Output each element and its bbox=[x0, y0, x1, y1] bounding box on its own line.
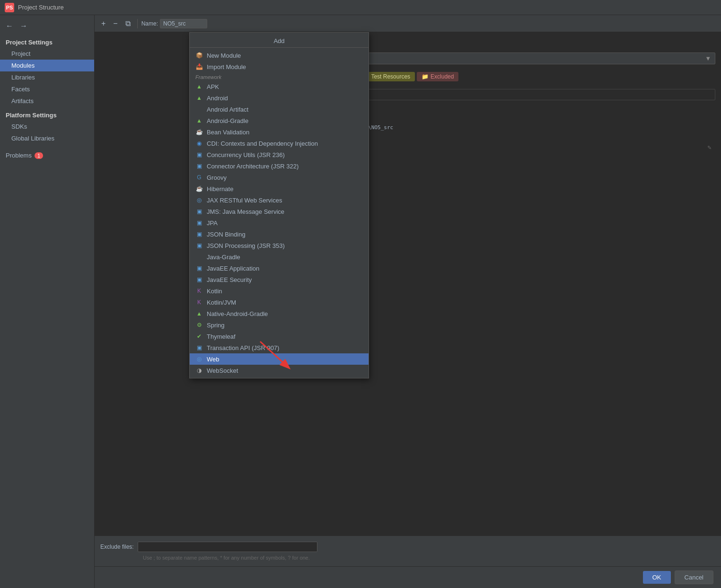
description-dropdown-icon[interactable]: ▼ bbox=[705, 55, 711, 62]
framework-section-title: Framework bbox=[190, 72, 369, 81]
title-bar-title: Project Structure bbox=[18, 4, 64, 11]
javaee-security-icon: ▣ bbox=[195, 276, 203, 283]
sidebar-item-problems[interactable]: Problems 1 bbox=[0, 148, 94, 163]
menu-item-hibernate[interactable]: ☕ Hibernate bbox=[190, 183, 369, 194]
nav-forward-button[interactable]: → bbox=[18, 21, 29, 31]
exclude-section: Exclude files: Use ; to separate name pa… bbox=[95, 535, 721, 566]
json-processing-icon: ▣ bbox=[195, 242, 203, 249]
jms-icon: ▣ bbox=[195, 208, 203, 215]
java-gradle-icon bbox=[195, 253, 203, 261]
javaee-app-icon: ▣ bbox=[195, 264, 203, 272]
sidebar-item-global-libraries[interactable]: Global Libraries bbox=[0, 132, 94, 144]
import-module-icon: 📥 bbox=[195, 63, 203, 70]
menu-item-json-processing[interactable]: ▣ JSON Processing (JSR 353) bbox=[190, 240, 369, 251]
tab-excluded[interactable]: 📁 Excluded bbox=[417, 72, 458, 81]
exclude-row: Exclude files: bbox=[100, 542, 715, 552]
menu-item-groovy[interactable]: G Groovy bbox=[190, 172, 369, 183]
menu-item-jms[interactable]: ▣ JMS: Java Message Service bbox=[190, 206, 369, 217]
add-button[interactable]: + bbox=[98, 18, 108, 29]
sidebar: ← → Project Settings Project Modules Lib… bbox=[0, 15, 95, 588]
content-area: + − ⧉ Name: Add 📦 New Module 📥 Import Mo… bbox=[95, 15, 721, 588]
menu-item-android-artifact[interactable]: Android Artifact bbox=[190, 104, 369, 115]
menu-item-apk[interactable]: ▲ APK bbox=[190, 81, 369, 92]
problems-label: Problems bbox=[6, 152, 32, 159]
name-label: Name: bbox=[141, 20, 158, 27]
concurrency-icon: ▣ bbox=[195, 151, 203, 158]
menu-item-javaee-security[interactable]: ▣ JavaEE Security bbox=[190, 274, 369, 285]
add-dropdown-menu: Add 📦 New Module 📥 Import Module Framewo… bbox=[189, 32, 369, 378]
menu-item-bean-validation[interactable]: ☕ Bean Validation bbox=[190, 126, 369, 138]
excluded-tab-icon: 📁 bbox=[422, 73, 429, 80]
menu-item-jax[interactable]: ◎ JAX RESTful Web Services bbox=[190, 194, 369, 206]
menu-item-json-binding[interactable]: ▣ JSON Binding bbox=[190, 228, 369, 240]
menu-header: Add bbox=[190, 35, 369, 48]
apk-icon: ▲ bbox=[195, 83, 203, 90]
platform-settings-title: Platform Settings bbox=[0, 107, 94, 121]
exclude-label: Exclude files: bbox=[100, 544, 134, 550]
menu-item-cdi[interactable]: ◉ CDI: Contexts and Dependency Injection bbox=[190, 138, 369, 149]
exclude-hint: Use ; to separate name patterns, * for a… bbox=[100, 555, 715, 561]
menu-item-transaction[interactable]: ▣ Transaction API (JSR 907) bbox=[190, 342, 369, 353]
kotlin-icon: K bbox=[195, 287, 203, 295]
source-folder-edit-button[interactable]: ✎ bbox=[707, 145, 712, 151]
menu-item-spring[interactable]: ⚙ Spring bbox=[190, 319, 369, 331]
menu-item-android-gradle[interactable]: ▲ Android-Gradle bbox=[190, 115, 369, 126]
exclude-input[interactable] bbox=[138, 542, 317, 552]
menu-item-new-module[interactable]: 📦 New Module bbox=[190, 50, 369, 61]
sidebar-nav: ← → bbox=[0, 19, 94, 33]
menu-item-kotlin[interactable]: K Kotlin bbox=[190, 285, 369, 297]
menu-item-concurrency[interactable]: ▣ Concurrency Utils (JSR 236) bbox=[190, 149, 369, 160]
sidebar-item-artifacts[interactable]: Artifacts bbox=[0, 95, 94, 107]
menu-item-connector[interactable]: ▣ Connector Architecture (JSR 322) bbox=[190, 160, 369, 172]
menu-item-thymeleaf[interactable]: ✔ Thymeleaf bbox=[190, 331, 369, 342]
project-settings-title: Project Settings bbox=[0, 35, 94, 48]
android-icon: ▲ bbox=[195, 94, 203, 102]
websocket-icon: ◑ bbox=[195, 367, 203, 374]
bean-validation-icon: ☕ bbox=[195, 128, 203, 136]
new-module-icon: 📦 bbox=[195, 52, 203, 59]
connector-icon: ▣ bbox=[195, 162, 203, 170]
kotlin-jvm-icon: K bbox=[195, 298, 203, 306]
panel-content: Dependencies mbdas, type annotations etc… bbox=[95, 32, 721, 535]
jax-icon: ◎ bbox=[195, 196, 203, 204]
toolbar-separator bbox=[137, 19, 138, 28]
android-artifact-icon bbox=[195, 105, 203, 113]
spring-icon: ⚙ bbox=[195, 321, 203, 329]
app-icon: PS bbox=[5, 3, 14, 12]
sidebar-item-libraries[interactable]: Libraries bbox=[0, 71, 94, 83]
menu-item-websocket[interactable]: ◑ WebSocket bbox=[190, 365, 369, 376]
sidebar-item-facets[interactable]: Facets bbox=[0, 83, 94, 95]
menu-item-import-module[interactable]: 📥 Import Module bbox=[190, 61, 369, 72]
native-android-icon: ▲ bbox=[195, 310, 203, 317]
menu-item-kotlin-jvm[interactable]: K Kotlin/JVM bbox=[190, 297, 369, 308]
cancel-button[interactable]: Cancel bbox=[675, 570, 713, 584]
json-binding-icon: ▣ bbox=[195, 230, 203, 238]
groovy-icon: G bbox=[195, 174, 203, 181]
sidebar-item-modules[interactable]: Modules bbox=[0, 60, 94, 71]
menu-item-java-gradle[interactable]: Java-Gradle bbox=[190, 251, 369, 263]
bottom-bar: OK Cancel bbox=[95, 566, 721, 588]
menu-item-native-android[interactable]: ▲ Native-Android-Gradle bbox=[190, 308, 369, 319]
hibernate-icon: ☕ bbox=[195, 185, 203, 193]
toolbar: + − ⧉ Name: bbox=[95, 15, 721, 32]
thymeleaf-icon: ✔ bbox=[195, 333, 203, 340]
menu-item-web[interactable]: ◎ Web bbox=[190, 353, 369, 365]
sidebar-item-project[interactable]: Project bbox=[0, 48, 94, 60]
copy-button[interactable]: ⧉ bbox=[123, 18, 133, 29]
sidebar-item-sdks[interactable]: SDKs bbox=[0, 121, 94, 132]
jpa-icon: ▣ bbox=[195, 219, 203, 227]
cdi-icon: ◉ bbox=[195, 140, 203, 147]
transaction-icon: ▣ bbox=[195, 344, 203, 351]
nav-back-button[interactable]: ← bbox=[4, 21, 15, 31]
menu-item-javaee-app[interactable]: ▣ JavaEE Application bbox=[190, 263, 369, 274]
name-input[interactable] bbox=[160, 19, 207, 28]
android-gradle-icon: ▲ bbox=[195, 117, 203, 124]
remove-button[interactable]: − bbox=[110, 18, 120, 29]
problems-badge: 1 bbox=[35, 152, 43, 159]
menu-item-jpa[interactable]: ▣ JPA bbox=[190, 217, 369, 228]
title-bar: PS Project Structure bbox=[0, 0, 721, 15]
menu-item-android[interactable]: ▲ Android bbox=[190, 92, 369, 104]
ok-button[interactable]: OK bbox=[643, 571, 671, 584]
web-icon: ◎ bbox=[195, 355, 203, 363]
